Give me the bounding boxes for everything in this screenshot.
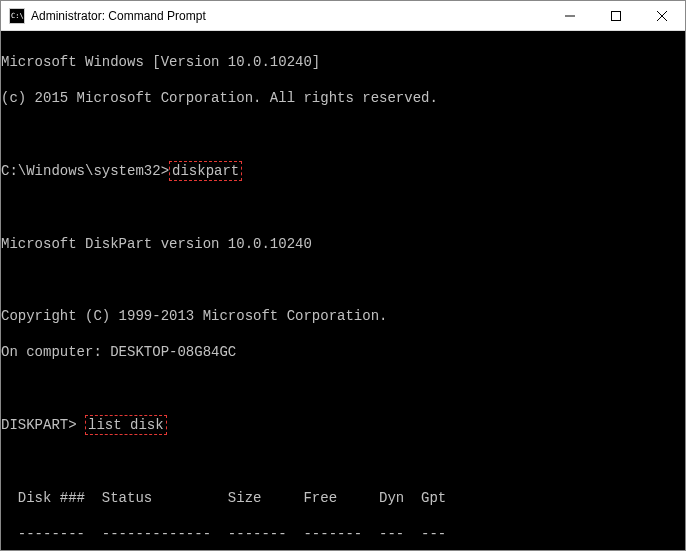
command-prompt-window: C:\ Administrator: Command Prompt Micros…	[0, 0, 686, 551]
table-header: Disk ### Status Size Free Dyn Gpt	[1, 489, 685, 507]
blank-line	[1, 125, 685, 143]
minimize-button[interactable]	[547, 1, 593, 30]
output-line: Copyright (C) 1999-2013 Microsoft Corpor…	[1, 307, 685, 325]
svg-text:C:\: C:\	[11, 12, 24, 20]
svg-rect-4	[612, 11, 621, 20]
blank-line	[1, 271, 685, 289]
window-controls	[547, 1, 685, 30]
diskpart-prompt: DISKPART>	[1, 417, 85, 433]
cmd-icon: C:\	[9, 8, 25, 24]
titlebar[interactable]: C:\ Administrator: Command Prompt	[1, 1, 685, 31]
prompt-line: C:\Windows\system32>diskpart	[1, 161, 685, 181]
output-line: On computer: DESKTOP-08G84GC	[1, 343, 685, 361]
command-list-disk: list disk	[85, 415, 167, 435]
blank-line	[1, 199, 685, 217]
output-line: (c) 2015 Microsoft Corporation. All righ…	[1, 89, 685, 107]
output-line: Microsoft DiskPart version 10.0.10240	[1, 235, 685, 253]
terminal-area[interactable]: Microsoft Windows [Version 10.0.10240] (…	[1, 31, 685, 550]
blank-line	[1, 453, 685, 471]
blank-line	[1, 379, 685, 397]
command-diskpart: diskpart	[169, 161, 242, 181]
table-separator: -------- ------------- ------- ------- -…	[1, 525, 685, 543]
prompt-path: C:\Windows\system32>	[1, 163, 169, 179]
prompt-line: DISKPART> list disk	[1, 415, 685, 435]
maximize-button[interactable]	[593, 1, 639, 30]
close-button[interactable]	[639, 1, 685, 30]
window-title: Administrator: Command Prompt	[31, 9, 547, 23]
output-line: Microsoft Windows [Version 10.0.10240]	[1, 53, 685, 71]
